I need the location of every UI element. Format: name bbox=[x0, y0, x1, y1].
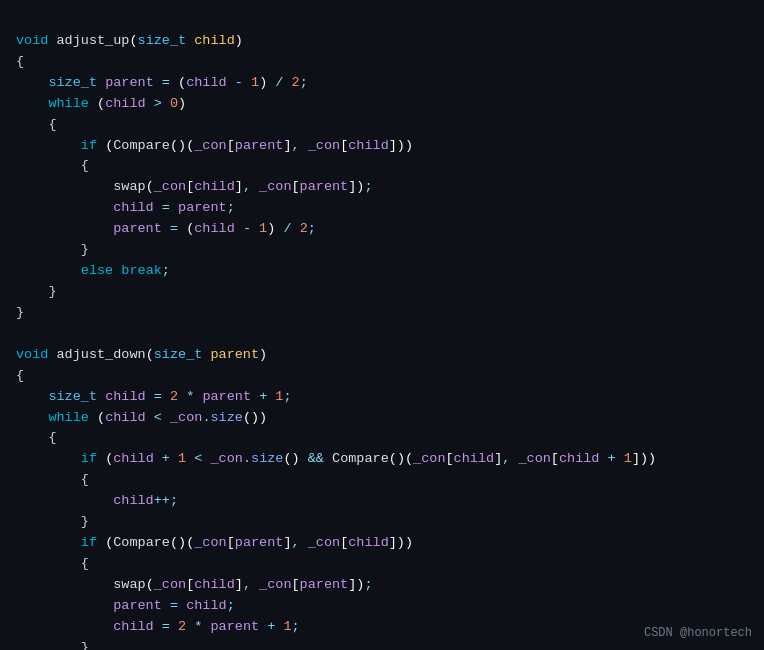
watermark-text: CSDN @honortech bbox=[644, 626, 752, 640]
code-content: void adjust_up(size_t child) { size_t pa… bbox=[0, 8, 764, 650]
code-editor: void adjust_up(size_t child) { size_t pa… bbox=[0, 0, 764, 650]
